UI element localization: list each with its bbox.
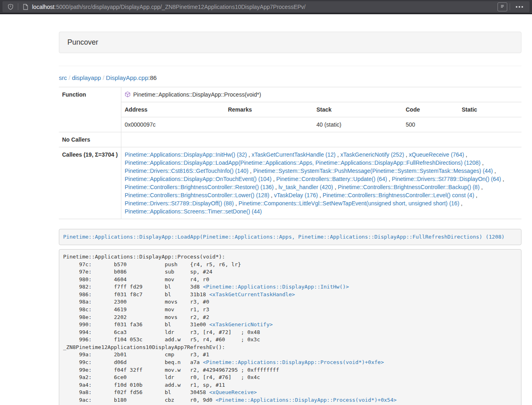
breadcrumb: src/displayapp/DisplayApp.cpp:86 (59, 74, 521, 81)
callee-link[interactable]: Pinetime::Controllers::BrightnessControl… (125, 184, 274, 190)
no-callers-cell (121, 132, 521, 147)
urlbar-divider-right (510, 3, 510, 10)
callee-link[interactable]: Pinetime::Drivers::St7789::DisplayOff() … (125, 200, 234, 207)
highlighted-symbol-box: Pinetime::Applications::DisplayApp::Load… (59, 229, 521, 245)
breadcrumb-separator: / (101, 74, 106, 81)
disassembly-pre: Pinetime::Applications::DisplayApp::Proc… (59, 249, 521, 405)
reader-mode-icon[interactable] (498, 2, 507, 11)
column-header-code: Code (403, 102, 459, 117)
callee-link[interactable]: xQueueReceive (764) (409, 151, 464, 158)
callee-link[interactable]: Pinetime::Controllers::BrightnessControl… (338, 184, 479, 190)
url-path: :5000/path/src/displayapp/DisplayApp.cpp… (54, 4, 306, 10)
callee-separator: , (271, 176, 276, 182)
urlbar-divider (18, 3, 18, 10)
callee-link[interactable]: xTaskGenericNotify (252) (340, 151, 404, 158)
function-name-cell: Pinetime::Applications::DisplayApp::Proc… (121, 87, 521, 102)
callee-separator: , (493, 168, 496, 174)
callee-link[interactable]: vTaskDelay (176) (274, 192, 318, 198)
address-value: 0x0000097c (121, 117, 225, 132)
url-host: localhost (32, 4, 54, 10)
callee-separator: , (269, 192, 274, 198)
callees-label: Callees (19, Σ=3704 ) (59, 147, 121, 219)
callee-separator: , (474, 192, 478, 198)
callee-separator: , (333, 184, 338, 190)
asm-symbol-link[interactable]: <xTaskGenericNotify> (209, 321, 273, 327)
table-row: Function Pinetime::Applications::Display… (59, 87, 521, 102)
callee-separator: , (336, 151, 340, 158)
callee-separator: , (234, 200, 239, 207)
callee-link[interactable]: Pinetime::Components::LittleVgl::SetNewT… (239, 200, 459, 207)
brand-link[interactable]: Puncover (67, 38, 98, 46)
function-row-label: Function (59, 87, 121, 132)
breadcrumb-displayapp[interactable]: displayapp (72, 74, 101, 81)
page-actions-icon[interactable] (513, 6, 526, 8)
callee-separator: , (480, 184, 483, 190)
app-header-panel: Puncover (59, 32, 521, 53)
callee-separator: , (501, 176, 504, 182)
callee-link[interactable]: Pinetime::Drivers::Cst816S::GetTouchInfo… (125, 168, 248, 174)
url-bar[interactable]: localhost:5000/path/src/displayapp/Displ… (2, 1, 530, 12)
remarks-value (225, 117, 313, 132)
callee-link[interactable]: Pinetime::Applications::DisplayApp::OnTo… (125, 176, 271, 182)
callee-link[interactable]: Pinetime::Drivers::St7789::DisplayOn() (… (392, 176, 501, 182)
browser-toolbar: localhost:5000/path/src/displayapp/Displ… (0, 0, 532, 14)
callee-separator: , (480, 159, 484, 166)
callees-list: Pinetime::Applications::DisplayApp::Init… (121, 147, 521, 219)
callee-separator: , (459, 200, 463, 207)
callee-link[interactable]: Pinetime::Applications::DisplayApp::Init… (125, 151, 247, 158)
asm-symbol-link[interactable]: <xQueueReceive> (209, 389, 257, 395)
callee-separator: , (248, 168, 253, 174)
shield-icon[interactable] (6, 2, 15, 12)
page-icon[interactable] (21, 2, 30, 12)
callee-link[interactable]: xTaskGetCurrentTaskHandle (12) (252, 151, 336, 158)
function-detail-table: Function Pinetime::Applications::Display… (59, 87, 521, 219)
callee-link[interactable]: Pinetime::Applications::Screens::Timer::… (125, 208, 262, 215)
breadcrumb-separator: / (67, 74, 72, 81)
table-row: 0x0000097c 40 (static) 500 (59, 117, 521, 132)
no-callers-label: No Callers (59, 132, 121, 147)
callees-row: Callees (19, Σ=3704 ) Pinetime::Applicat… (59, 147, 521, 219)
static-value (459, 117, 521, 132)
breadcrumb-src[interactable]: src (59, 74, 67, 81)
asm-symbol-link[interactable]: <Pinetime::Applications::DisplayApp::Pro… (215, 397, 396, 403)
callee-link[interactable]: Pinetime::Applications::DisplayApp::Load… (125, 159, 480, 166)
callee-link[interactable]: Pinetime::Controllers::BrightnessControl… (125, 192, 269, 198)
column-header-address: Address (121, 102, 225, 117)
callee-separator: , (387, 176, 392, 182)
callee-link[interactable]: Pinetime::System::SystemTask::PushMessag… (253, 168, 493, 174)
breadcrumb-line-number: :86 (148, 74, 157, 81)
no-callers-row: No Callers (59, 132, 521, 147)
asm-symbol-link[interactable]: <Pinetime::Applications::DisplayApp::Ini… (203, 284, 349, 290)
page-content: Puncover src/displayapp/DisplayApp.cpp:8… (59, 32, 521, 405)
callee-separator: , (464, 151, 467, 158)
function-name: Pinetime::Applications::DisplayApp::Proc… (133, 91, 261, 98)
callee-separator: , (274, 184, 278, 190)
asm-symbol-link[interactable]: <xTaskGetCurrentTaskHandle> (209, 291, 295, 297)
column-header-stack: Stack (313, 102, 403, 117)
url-text[interactable]: localhost:5000/path/src/displayapp/Displ… (32, 4, 498, 10)
stack-value: 40 (static) (313, 117, 403, 132)
function-cube-icon (125, 91, 131, 97)
callee-separator: , (318, 192, 323, 198)
callee-link[interactable]: Pinetime::Controllers::Battery::Update()… (276, 176, 387, 182)
callee-link[interactable]: lv_task_handler (420) (278, 184, 333, 190)
divider (59, 66, 521, 66)
code-size-value: 500 (403, 117, 459, 132)
table-header-row: Address Remarks Stack Code Static (59, 102, 521, 117)
loadapp-symbol-link[interactable]: Pinetime::Applications::DisplayApp::Load… (63, 234, 505, 240)
callee-link[interactable]: Pinetime::Controllers::BrightnessControl… (323, 192, 474, 198)
asm-symbol-link[interactable]: <Pinetime::Applications::DisplayApp::Pro… (203, 359, 384, 365)
breadcrumb-file[interactable]: DisplayApp.cpp (106, 74, 148, 81)
callee-separator: , (404, 151, 409, 158)
column-header-static: Static (459, 102, 521, 117)
callee-separator: , (247, 151, 252, 158)
column-header-remarks: Remarks (225, 102, 313, 117)
